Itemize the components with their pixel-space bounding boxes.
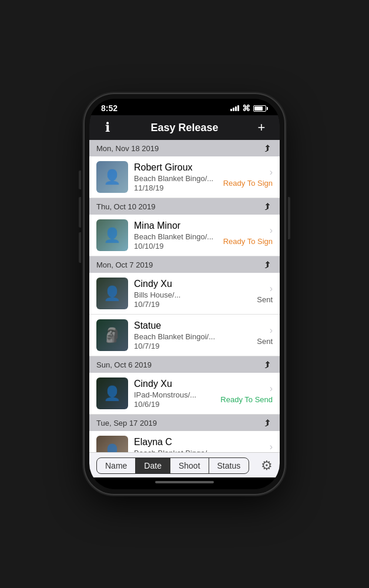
item-right-elayna: › Sent	[257, 442, 273, 453]
item-name-robert: Robert Giroux	[134, 162, 217, 173]
item-status-statue1: Sent	[257, 337, 273, 346]
item-right-cindy1: › Sent	[257, 283, 273, 304]
home-bar	[155, 481, 214, 483]
item-status-mina: Ready To Sign	[223, 237, 273, 246]
item-content-robert: Robert Giroux Beach Blanket Bingo/... 11…	[134, 162, 217, 192]
phone-frame: 8:52 ⌘ ℹ Easy Release	[85, 94, 284, 494]
section-header-oct7: Mon, Oct 7 2019 ⮭	[89, 256, 280, 273]
section-header-sep17: Tue, Sep 17 2019 ⮭	[89, 415, 280, 431]
nav-title: Easy Release	[150, 122, 218, 134]
section-header-nov18: Mon, Nov 18 2019 ⮭	[89, 140, 280, 156]
item-name-cindy2: Cindy Xu	[134, 379, 214, 389]
volume-up-button[interactable]	[79, 197, 81, 228]
item-content-elayna: Elayna C Beach Blanket Bingo/... 9/17/19	[134, 437, 251, 453]
chevron-icon-statue1: ›	[270, 325, 273, 336]
item-name-cindy1: Cindy Xu	[134, 279, 251, 289]
item-shoot-mina: Beach Blanket Bingo/...	[134, 232, 217, 241]
section-header-text-nov18: Mon, Nov 18 2019	[96, 144, 159, 153]
bottom-toolbar: Name Date Shoot Status ⚙	[89, 452, 280, 477]
list-item-cindy1[interactable]: 👤 Cindy Xu Bills House/... 10/7/19 › Sen…	[89, 273, 280, 315]
section-share-oct7[interactable]: ⮭	[263, 259, 273, 270]
item-right-mina: › Ready To Sign	[223, 225, 273, 246]
section-share-oct6[interactable]: ⮭	[263, 359, 273, 370]
battery-icon	[253, 105, 268, 112]
sort-buttons: Name Date Shoot Status	[96, 457, 249, 474]
sort-date-button[interactable]: Date	[136, 458, 170, 473]
avatar-mina: 👤	[96, 219, 128, 251]
phone-screen: 8:52 ⌘ ℹ Easy Release	[89, 99, 280, 489]
item-date-statue1: 10/7/19	[134, 342, 251, 350]
item-name-mina: Mina Minor	[134, 220, 217, 231]
item-name-elayna: Elayna C	[134, 437, 251, 447]
settings-icon[interactable]: ⚙	[261, 458, 273, 473]
list-item-statue1[interactable]: 🗿 Statue Beach Blanket Bingoi/... 10/7/1…	[89, 315, 280, 356]
item-shoot-statue1: Beach Blanket Bingoi/...	[134, 332, 251, 341]
item-date-cindy2: 10/6/19	[134, 400, 214, 409]
avatar-statue1: 🗿	[96, 319, 128, 351]
item-right-statue1: › Sent	[257, 325, 273, 346]
section-share-oct10[interactable]: ⮭	[263, 201, 273, 212]
notch	[149, 99, 220, 114]
wifi-icon: ⌘	[242, 103, 250, 113]
chevron-icon-cindy1: ›	[270, 283, 273, 294]
sort-status-button[interactable]: Status	[209, 458, 249, 473]
home-indicator	[89, 477, 280, 489]
status-icons: ⌘	[230, 103, 268, 113]
info-button[interactable]: ℹ	[99, 120, 116, 135]
item-shoot-cindy1: Bills House/...	[134, 290, 251, 299]
item-content-mina: Mina Minor Beach Blanket Bingo/... 10/10…	[134, 220, 217, 250]
item-content-cindy2: Cindy Xu IPad-Monstrous/... 10/6/19	[134, 379, 214, 409]
section-header-text-oct10: Thu, Oct 10 2019	[96, 202, 155, 211]
item-shoot-cindy2: IPad-Monstrous/...	[134, 390, 214, 399]
section-header-oct6: Sun, Oct 6 2019 ⮭	[89, 356, 280, 373]
list-item-robert[interactable]: 👤 Robert Giroux Beach Blanket Bingo/... …	[89, 156, 280, 198]
section-header-oct10: Thu, Oct 10 2019 ⮭	[89, 198, 280, 215]
power-button[interactable]	[288, 197, 290, 239]
avatar-cindy1: 👤	[96, 278, 128, 309]
list-item-cindy2[interactable]: 👤 Cindy Xu IPad-Monstrous/... 10/6/19 › …	[89, 373, 280, 415]
item-right-robert: › Ready To Sign	[223, 167, 273, 188]
section-share-nov18[interactable]: ⮭	[263, 143, 273, 153]
content-list: Mon, Nov 18 2019 ⮭ 👤 Robert Giroux Beach…	[89, 140, 280, 452]
item-status-cindy2: Ready To Send	[220, 395, 273, 404]
nav-bar: ℹ Easy Release +	[89, 115, 280, 140]
chevron-icon-robert: ›	[270, 167, 273, 178]
item-shoot-robert: Beach Blanket Bingo/...	[134, 174, 217, 183]
item-right-cindy2: › Ready To Send	[220, 383, 273, 404]
chevron-icon-mina: ›	[270, 225, 273, 236]
list-item-mina[interactable]: 👤 Mina Minor Beach Blanket Bingo/... 10/…	[89, 215, 280, 256]
item-status-cindy1: Sent	[257, 295, 273, 304]
volume-down-button[interactable]	[79, 232, 81, 263]
chevron-icon-elayna: ›	[270, 442, 273, 452]
mute-button[interactable]	[79, 171, 81, 189]
sort-name-button[interactable]: Name	[97, 458, 136, 473]
item-content-cindy1: Cindy Xu Bills House/... 10/7/19	[134, 279, 251, 309]
item-date-cindy1: 10/7/19	[134, 300, 251, 309]
avatar-elayna: 👤	[96, 436, 128, 452]
item-status-robert: Ready To Sign	[223, 179, 273, 188]
avatar-cindy2: 👤	[96, 377, 128, 409]
avatar-robert: 👤	[96, 161, 128, 193]
section-header-text-oct7: Mon, Oct 7 2019	[96, 260, 153, 269]
section-header-text-oct6: Sun, Oct 6 2019	[96, 360, 152, 369]
section-header-text-sep17: Tue, Sep 17 2019	[96, 419, 157, 427]
item-content-statue1: Statue Beach Blanket Bingoi/... 10/7/19	[134, 320, 251, 350]
item-date-robert: 11/18/19	[134, 183, 217, 192]
chevron-icon-cindy2: ›	[270, 383, 273, 394]
item-name-statue1: Statue	[134, 320, 251, 331]
item-date-mina: 10/10/19	[134, 242, 217, 250]
list-item-elayna[interactable]: 👤 Elayna C Beach Blanket Bingo/... 9/17/…	[89, 431, 280, 452]
section-share-sep17[interactable]: ⮭	[263, 417, 273, 428]
status-time: 8:52	[101, 103, 118, 113]
sort-shoot-button[interactable]: Shoot	[170, 458, 209, 473]
add-button[interactable]: +	[253, 120, 270, 135]
signal-icon	[230, 105, 239, 111]
